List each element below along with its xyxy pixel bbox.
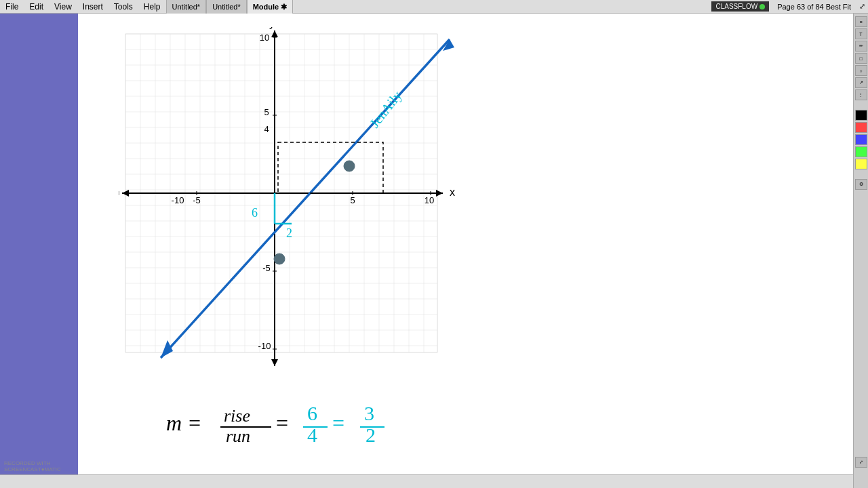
classflow-status-dot bbox=[760, 4, 765, 9]
run-annotation: 2 bbox=[286, 226, 292, 240]
left-sidebar bbox=[0, 14, 78, 488]
file-menu[interactable]: File bbox=[0, 0, 24, 14]
tab-untitled1[interactable]: Untitled* bbox=[167, 0, 207, 14]
tab-untitled2[interactable]: Untitled* bbox=[207, 0, 247, 14]
x-tick-5: 5 bbox=[350, 195, 355, 205]
svg-marker-47 bbox=[436, 190, 443, 197]
screencast-brand: SCREENCAST●MATIC bbox=[4, 466, 61, 473]
formula-6: 6 bbox=[307, 402, 317, 424]
point-lower bbox=[274, 253, 285, 264]
rp-color-1[interactable] bbox=[855, 110, 867, 121]
edit-menu[interactable]: Edit bbox=[24, 0, 49, 14]
y-tick-10: 10 bbox=[260, 33, 269, 43]
menu-bar: File Edit View Insert Tools Help Untitle… bbox=[0, 0, 868, 14]
rp-icon-8[interactable]: ⚙ bbox=[855, 179, 867, 190]
rp-icon-6[interactable]: ↗ bbox=[855, 77, 867, 88]
help-menu[interactable]: Help bbox=[138, 0, 166, 14]
formula-svg: m = rise run = 6 4 = 3 2 bbox=[159, 393, 431, 447]
classflow-badge: CLASSFLOW bbox=[711, 1, 769, 12]
tab-module[interactable]: Module ✱ bbox=[248, 0, 294, 14]
insert-menu[interactable]: Insert bbox=[77, 0, 108, 14]
canvas-area[interactable]: x y -10 -5 5 10 10 5 4 -5 bbox=[78, 14, 853, 488]
screencast-watermark: RECORDED WITH SCREENCAST●MATIC bbox=[4, 460, 61, 473]
y-tick-5: 5 bbox=[264, 107, 269, 117]
x-tick-10: 10 bbox=[425, 195, 434, 205]
tools-menu[interactable]: Tools bbox=[108, 0, 138, 14]
rp-icon-5[interactable]: ○ bbox=[855, 65, 867, 76]
bottom-bar: RECORDED WITH SCREENCAST●MATIC bbox=[0, 474, 868, 488]
graph-svg: x y -10 -5 5 10 10 5 4 -5 bbox=[119, 27, 458, 373]
x-tick-neg10: -10 bbox=[172, 195, 184, 205]
y-tick-4-note: 4 bbox=[264, 124, 269, 134]
rp-icon-3[interactable]: ✏ bbox=[855, 41, 867, 52]
rp-icon-2[interactable]: T bbox=[855, 28, 867, 39]
rp-icon-bottom[interactable]: ⤢ bbox=[855, 457, 867, 468]
y-axis-label: y bbox=[269, 27, 275, 29]
page-info: Page 63 of 84 Best Fit bbox=[772, 3, 856, 11]
rp-icon-4[interactable]: □ bbox=[855, 53, 867, 64]
formula-run: run bbox=[226, 426, 250, 446]
formula-4: 4 bbox=[307, 424, 317, 446]
x-axis-label: x bbox=[450, 186, 455, 198]
formula-2: 2 bbox=[366, 424, 376, 446]
rp-color-4[interactable] bbox=[855, 146, 867, 157]
point-upper bbox=[344, 161, 355, 171]
rp-color-5[interactable] bbox=[855, 159, 867, 169]
formula-eq1: = bbox=[276, 411, 288, 435]
rp-icon-7[interactable]: ⋮ bbox=[855, 89, 867, 100]
rp-icon-1[interactable]: ≡ bbox=[855, 16, 867, 27]
classflow-label: CLASSFLOW bbox=[715, 3, 757, 10]
formula-eq2: = bbox=[332, 411, 344, 435]
y-tick-neg10: -10 bbox=[258, 341, 271, 351]
formula-3: 3 bbox=[364, 402, 374, 424]
rp-color-2[interactable] bbox=[855, 122, 867, 133]
rp-color-3[interactable] bbox=[855, 134, 867, 145]
x-tick-neg5: -5 bbox=[193, 195, 201, 205]
y-tick-neg5: -5 bbox=[262, 263, 271, 273]
formula-m: m = bbox=[166, 411, 202, 435]
screencast-text: RECORDED WITH bbox=[4, 460, 61, 467]
right-panel: ≡ T ✏ □ ○ ↗ ⋮ ⚙ ⤢ bbox=[853, 14, 868, 488]
svg-marker-50 bbox=[271, 359, 278, 366]
main-content: x y -10 -5 5 10 10 5 4 -5 bbox=[78, 14, 853, 488]
formula-rise: rise bbox=[224, 406, 250, 426]
view-menu[interactable]: View bbox=[49, 0, 77, 14]
graph-container: x y -10 -5 5 10 10 5 4 -5 bbox=[119, 27, 458, 373]
rise-annotation: 6 bbox=[252, 206, 258, 220]
expand-icon[interactable]: ⤢ bbox=[856, 2, 868, 11]
formula-area: m = rise run = 6 4 = 3 2 bbox=[159, 393, 431, 452]
